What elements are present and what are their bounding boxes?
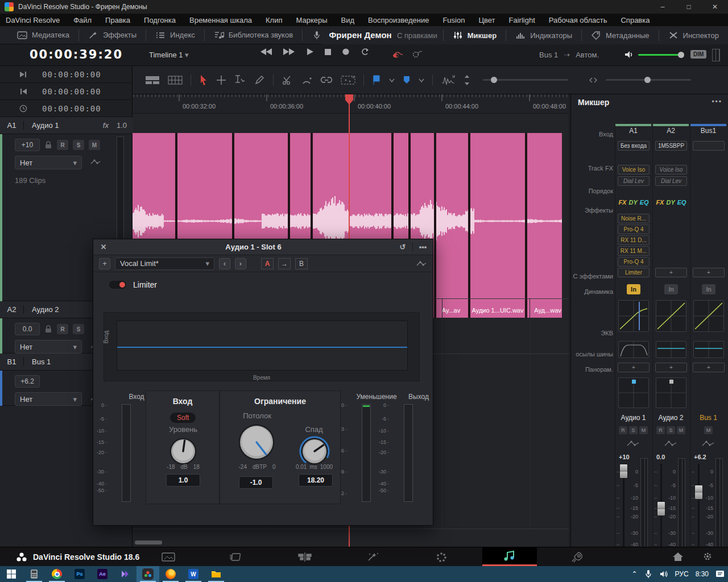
flag-icon[interactable] <box>372 75 381 85</box>
close-button[interactable]: ✕ <box>702 0 728 14</box>
start-button[interactable] <box>0 566 23 582</box>
channel-r-button[interactable]: R <box>656 426 665 434</box>
dim-button[interactable]: DIM <box>690 50 706 59</box>
track-fx-slot[interactable]: Voice Iso <box>618 165 650 174</box>
menu-item-4[interactable]: Временная шкала <box>189 16 252 24</box>
track-m-button[interactable]: M <box>89 140 100 150</box>
automation-toggle-icon[interactable] <box>392 49 403 58</box>
effect-slot[interactable]: Pro-Q 4 <box>618 257 650 267</box>
channel-s-button[interactable]: S <box>667 426 675 434</box>
ceiling-value[interactable]: -1.0 <box>239 476 273 489</box>
eq-graph[interactable] <box>693 341 724 358</box>
channel-r-button[interactable]: R <box>619 426 627 434</box>
add-effect-button[interactable]: + <box>655 268 687 277</box>
after-effects-app[interactable]: Ae <box>91 566 114 582</box>
clock[interactable]: 8:30 <box>696 570 709 578</box>
vertical-zoom-icon[interactable] <box>464 74 470 86</box>
lock-icon[interactable] <box>44 325 52 333</box>
minimize-button[interactable]: – <box>650 0 676 14</box>
toolbar-button-metadata[interactable]: Метаданные <box>582 26 659 44</box>
effect-slot[interactable]: Noise R... <box>618 214 650 223</box>
razor-tool-icon[interactable] <box>282 74 293 86</box>
marker-dropdown-icon[interactable] <box>419 77 424 83</box>
track-automation-dropdown[interactable]: Нет▾ <box>15 156 82 169</box>
link-tool-icon[interactable] <box>320 75 333 85</box>
fx-order-badges[interactable]: FXDYEQ <box>655 199 687 206</box>
automation-curve-icon[interactable] <box>90 158 101 166</box>
dialog-reset-icon[interactable]: ↺ <box>393 243 412 251</box>
lock-icon[interactable] <box>44 141 52 149</box>
add-effect-button[interactable]: + <box>693 268 725 277</box>
grid-view-icon[interactable] <box>168 75 183 85</box>
calculator-app[interactable] <box>23 566 46 582</box>
language-indicator[interactable]: РУС <box>675 570 689 578</box>
prev-preset-button[interactable]: ‹ <box>219 258 230 269</box>
menu-item-13[interactable]: Справка <box>621 16 650 24</box>
track-trim-value[interactable]: +6.2 <box>15 375 40 388</box>
toolbar-button-sound-library[interactable]: Библиотека звуков <box>205 26 302 44</box>
effect-slot[interactable]: Limiter <box>618 268 650 277</box>
toolbar-button-effects[interactable]: Эффекты <box>79 26 146 44</box>
channel-input-box[interactable] <box>693 141 725 151</box>
toolbar-button-meters[interactable]: Индикаторы <box>506 26 581 44</box>
fader-handle[interactable] <box>657 501 665 516</box>
toolbar-button-index[interactable]: Индекс <box>146 26 204 44</box>
dialog-options-icon[interactable]: ••• <box>412 243 433 251</box>
volume-slider[interactable] <box>638 54 681 56</box>
menu-item-7[interactable]: Вид <box>341 16 355 24</box>
chrome-app[interactable] <box>46 566 68 582</box>
ab-copy-button[interactable]: → <box>278 258 291 269</box>
toolbar-button-inspector[interactable]: Инспектор <box>659 26 728 44</box>
eq-graph[interactable] <box>656 341 686 358</box>
fusion-page-icon[interactable] <box>346 547 400 566</box>
menu-item-11[interactable]: Fairlight <box>509 16 535 24</box>
track-fx-slot[interactable]: Voice Iso <box>655 165 687 174</box>
track-view-icon[interactable] <box>145 75 160 85</box>
channel-m-button[interactable]: M <box>704 426 713 434</box>
deliver-page-icon[interactable] <box>551 547 605 566</box>
track-r-button[interactable]: R <box>57 324 68 334</box>
track-title-row[interactable]: A1Аудио 1fx1.0 <box>0 117 133 134</box>
soft-mode-pill[interactable]: Soft <box>170 413 196 423</box>
resolve-app[interactable] <box>136 566 159 582</box>
automation-curve-icon[interactable] <box>701 439 715 448</box>
toolbar-button-media-pool[interactable]: Медиатека <box>8 26 78 44</box>
toolbar-button-mixer[interactable]: Микшер <box>444 26 506 44</box>
maximize-button[interactable]: □ <box>676 0 702 14</box>
dynamics-graph[interactable] <box>656 300 686 332</box>
effect-slot[interactable]: Pro-Q 4 <box>618 225 650 234</box>
track-fx-slot[interactable]: Dial Lev <box>655 176 687 186</box>
home-icon[interactable] <box>672 551 684 562</box>
microphone-icon[interactable] <box>644 569 652 579</box>
photoshop-app[interactable]: Ps <box>68 566 91 582</box>
next-preset-button[interactable]: › <box>235 258 246 269</box>
automation-curve-icon[interactable] <box>416 260 427 268</box>
notifications-icon[interactable] <box>715 569 725 579</box>
dynamics-graph[interactable] <box>618 300 649 332</box>
record-button[interactable] <box>342 48 350 56</box>
track-fx-slot[interactable]: Dial Lev <box>618 176 650 186</box>
release-knob[interactable] <box>299 435 330 467</box>
fast-forward-button[interactable] <box>283 48 296 56</box>
track-trim-value[interactable]: 0.0 <box>15 323 40 335</box>
post-fx-in-button[interactable]: In <box>702 284 715 294</box>
automation-settings-icon[interactable] <box>412 49 422 58</box>
firefox-app[interactable] <box>159 566 182 582</box>
post-fx-in-button[interactable]: In <box>664 284 678 294</box>
track-height-slider[interactable] <box>483 79 568 81</box>
fader-handle[interactable] <box>694 485 703 500</box>
menu-item-9[interactable]: Fusion <box>442 16 465 24</box>
ab-compare-a-button[interactable]: A <box>261 258 274 269</box>
rewind-button[interactable] <box>260 48 273 56</box>
mixer-options-icon[interactable]: ••• <box>712 98 722 106</box>
cut-page-icon[interactable] <box>209 547 264 566</box>
channel-name[interactable]: Bus 1 <box>690 414 726 422</box>
track-trim-value[interactable]: +10 <box>15 139 40 151</box>
speaker-icon[interactable] <box>623 49 635 60</box>
channel-s-button[interactable]: S <box>629 426 638 434</box>
ceiling-knob[interactable] <box>236 422 277 463</box>
edit-page-icon[interactable] <box>278 547 332 566</box>
channel-m-button[interactable]: M <box>639 426 648 434</box>
effect-slot[interactable]: RX 11 D... <box>618 235 650 245</box>
dialog-close-icon[interactable]: ✕ <box>93 243 114 251</box>
